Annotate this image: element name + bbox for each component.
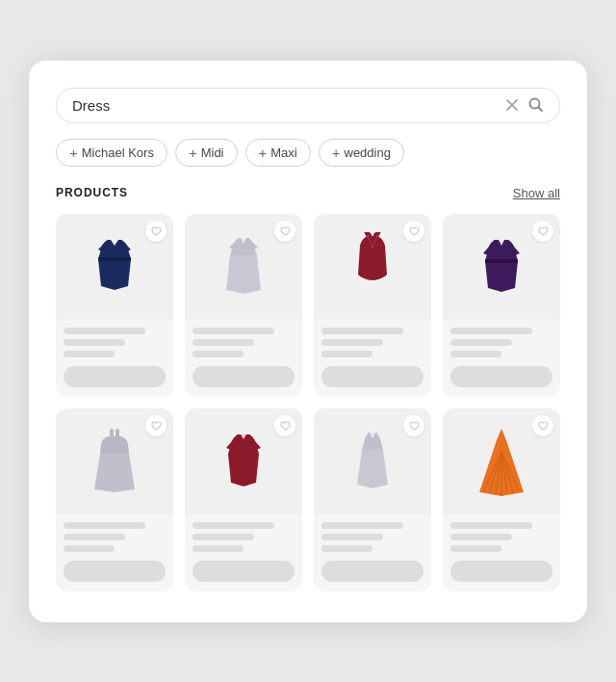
tag-plus-icon: + (332, 144, 341, 161)
dress-image (346, 232, 398, 302)
favorite-button[interactable] (145, 221, 167, 242)
heart-icon (538, 421, 549, 431)
product-info (314, 514, 431, 591)
tag-maxi[interactable]: + Maxi (245, 139, 311, 167)
search-icon (528, 97, 544, 113)
clear-button[interactable] (505, 98, 519, 112)
skeleton-price (321, 545, 372, 552)
skeleton-add-button (192, 366, 295, 387)
product-info (185, 514, 302, 591)
favorite-button[interactable] (274, 415, 295, 436)
product-image-area (56, 214, 173, 320)
skeleton-add-button (64, 366, 166, 387)
search-icons (505, 97, 544, 113)
skeleton-title (64, 328, 145, 334)
skeleton-add-button (64, 561, 166, 582)
skeleton-price (321, 351, 372, 357)
skeleton-price (192, 351, 244, 357)
search-input[interactable]: Dress (72, 97, 505, 114)
heart-icon (538, 226, 549, 236)
skeleton-price (450, 545, 501, 552)
skeleton-title (64, 522, 145, 529)
dress-image (89, 232, 141, 302)
skeleton-add-button (192, 561, 295, 582)
tag-label: Midi (201, 145, 224, 160)
product-card (56, 408, 173, 591)
heart-icon (280, 421, 291, 431)
favorite-button[interactable] (145, 415, 167, 436)
close-icon (505, 98, 519, 112)
show-all-button[interactable]: Show all (513, 186, 560, 200)
tag-plus-icon: + (189, 144, 197, 161)
tag-midi[interactable]: + Midi (175, 139, 238, 167)
dress-image (346, 427, 398, 496)
skeleton-subtitle (450, 339, 512, 346)
product-info (314, 320, 431, 397)
tags-row: + Michael Kors + Midi + Maxi + wedding (56, 139, 560, 167)
tag-michael-kors[interactable]: + Michael Kors (56, 139, 167, 167)
search-bar: Dress (56, 88, 560, 123)
product-image-area (185, 214, 302, 320)
tag-wedding[interactable]: + wedding (319, 139, 404, 167)
heart-icon (409, 226, 420, 236)
skeleton-subtitle (64, 339, 125, 346)
dress-image (218, 232, 270, 302)
tag-plus-icon: + (69, 144, 78, 161)
skeleton-add-button (321, 366, 424, 387)
svg-line-3 (539, 108, 543, 112)
product-image-area (443, 408, 560, 514)
product-image-area (443, 214, 560, 320)
favorite-button[interactable] (403, 221, 424, 242)
favorite-button[interactable] (532, 415, 553, 436)
skeleton-subtitle (64, 534, 125, 540)
dress-image (475, 427, 527, 496)
products-grid (56, 214, 560, 591)
product-info (185, 320, 302, 397)
skeleton-title (192, 328, 274, 334)
product-image-area (314, 408, 431, 514)
dress-image (89, 427, 141, 496)
heart-icon (151, 421, 162, 431)
product-card (185, 408, 302, 591)
tag-label: Maxi (270, 145, 296, 160)
product-image-area (56, 408, 173, 514)
skeleton-subtitle (192, 534, 254, 540)
skeleton-title (321, 522, 403, 529)
favorite-button[interactable] (403, 415, 424, 436)
product-info (56, 514, 173, 591)
product-card (443, 214, 560, 397)
product-info (443, 514, 560, 591)
skeleton-price (450, 351, 501, 357)
tag-label: Michael Kors (82, 145, 154, 160)
skeleton-title (450, 522, 532, 529)
tag-label: wedding (345, 145, 391, 160)
heart-icon (280, 226, 291, 236)
dress-image (475, 232, 527, 302)
product-info (56, 320, 173, 397)
section-title: PRODUCTS (56, 186, 128, 199)
skeleton-subtitle (321, 534, 383, 540)
skeleton-add-button (450, 366, 552, 387)
app-container: Dress + Michael Kors + Midi (29, 61, 587, 622)
product-card (56, 214, 173, 397)
favorite-button[interactable] (532, 221, 553, 242)
skeleton-title (450, 328, 532, 334)
product-image-area (185, 408, 302, 514)
section-header: PRODUCTS Show all (56, 186, 560, 200)
favorite-button[interactable] (274, 221, 295, 242)
skeleton-subtitle (450, 534, 512, 540)
search-button[interactable] (528, 97, 544, 113)
skeleton-price (64, 545, 115, 552)
product-card (314, 214, 431, 397)
skeleton-add-button (321, 561, 424, 582)
product-card (314, 408, 431, 591)
skeleton-subtitle (192, 339, 254, 346)
svg-rect-5 (485, 259, 518, 263)
svg-rect-4 (98, 257, 131, 261)
heart-icon (151, 226, 162, 236)
skeleton-title (321, 328, 403, 334)
skeleton-add-button (450, 561, 552, 582)
product-info (443, 320, 560, 397)
product-image-area (314, 214, 431, 320)
tag-plus-icon: + (259, 144, 268, 161)
